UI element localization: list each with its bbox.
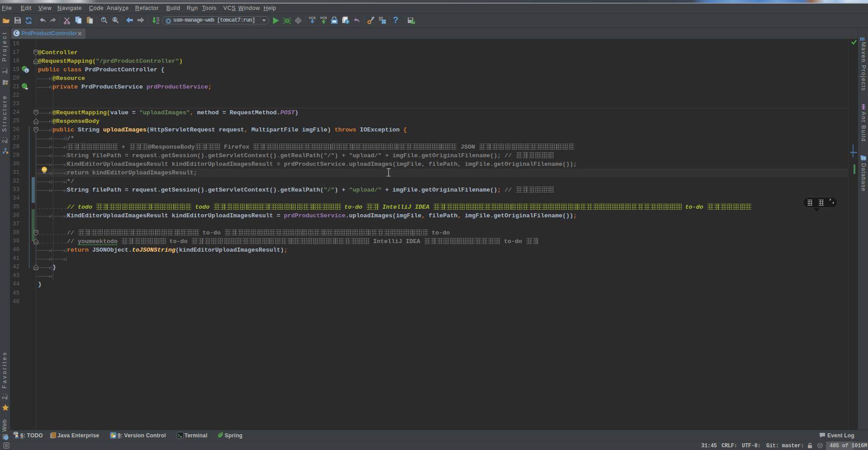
svg-text:C: C bbox=[15, 31, 18, 36]
svg-text:A: A bbox=[113, 18, 116, 22]
svg-text:VCS: VCS bbox=[309, 16, 316, 20]
svg-text:01: 01 bbox=[156, 22, 160, 24]
svg-text:c: c bbox=[25, 69, 28, 73]
svg-text:VCS: VCS bbox=[320, 16, 327, 20]
